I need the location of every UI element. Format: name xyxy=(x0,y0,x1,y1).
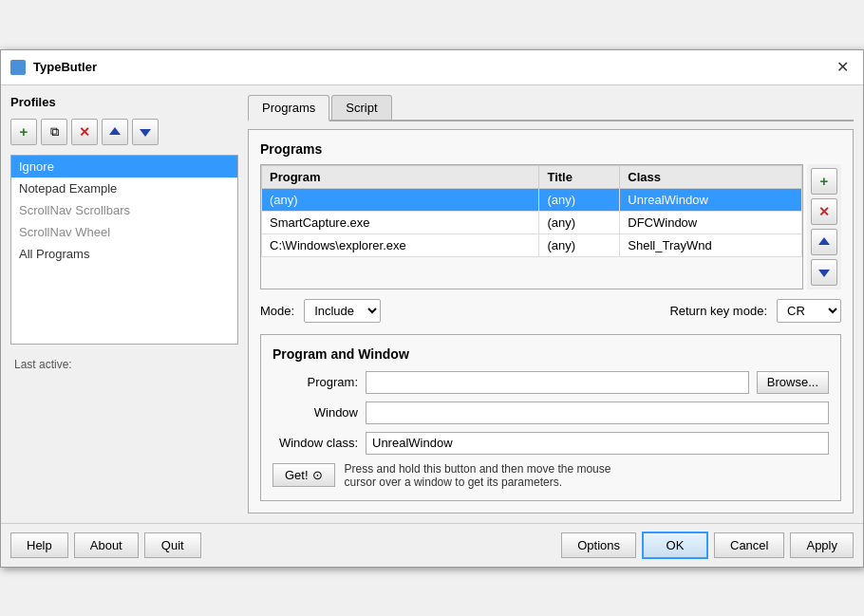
app-icon xyxy=(10,60,26,75)
right-panel: Programs Script Programs Program Title C xyxy=(248,95,854,513)
cell-class: Shell_TrayWnd xyxy=(620,233,802,256)
profile-item-scrollnav-scrollbars[interactable]: ScrollNav Scrollbars xyxy=(11,199,237,221)
svg-marker-3 xyxy=(818,270,830,277)
program-window-section: Program and Window Program: Browse... Wi… xyxy=(260,334,841,501)
left-panel: Profiles + ⧉ ✕ xyxy=(10,95,238,513)
cancel-button[interactable]: Cancel xyxy=(714,532,784,558)
delete-icon: ✕ xyxy=(79,124,90,140)
last-active-label: Last active: xyxy=(10,354,238,375)
profile-item-scrollnav-wheel[interactable]: ScrollNav Wheel xyxy=(11,221,237,243)
cell-class: UnrealWindow xyxy=(620,188,802,211)
get-row: Get! ⊙ Press and hold this button and th… xyxy=(272,462,829,489)
up-arrow-icon xyxy=(108,125,122,139)
up-arrow-icon xyxy=(817,235,831,249)
plus-icon: + xyxy=(20,123,28,140)
programs-table: Program Title Class (any) (any) UnrealWi… xyxy=(261,165,802,257)
get-button[interactable]: Get! ⊙ xyxy=(272,463,335,487)
cell-title: (any) xyxy=(539,188,620,211)
window-class-row: Window class: xyxy=(272,432,829,455)
tab-programs[interactable]: Programs xyxy=(248,95,329,121)
tab-script[interactable]: Script xyxy=(331,95,391,120)
delete-profile-button[interactable]: ✕ xyxy=(71,119,98,145)
down-arrow-icon xyxy=(139,125,152,139)
tab-programs-content: Programs Program Title Class xyxy=(248,129,854,513)
tabs: Programs Script xyxy=(248,95,854,121)
mode-label: Mode: xyxy=(260,304,294,318)
about-button[interactable]: About xyxy=(74,532,139,558)
ok-button[interactable]: OK xyxy=(642,532,708,559)
svg-marker-2 xyxy=(818,237,830,245)
browse-button[interactable]: Browse... xyxy=(757,371,829,394)
col-header-program: Program xyxy=(262,165,539,188)
table-row[interactable]: (any) (any) UnrealWindow xyxy=(262,188,802,211)
programs-section-title: Programs xyxy=(260,141,841,157)
quit-button[interactable]: Quit xyxy=(144,532,201,558)
help-button[interactable]: Help xyxy=(10,532,68,558)
col-header-class: Class xyxy=(620,165,802,188)
add-profile-button[interactable]: + xyxy=(10,119,37,145)
program-input[interactable] xyxy=(366,371,749,394)
mode-row: Mode: Include Exclude Return key mode: C… xyxy=(260,299,841,323)
profiles-label: Profiles xyxy=(10,95,238,109)
cell-program: SmartCapture.exe xyxy=(262,211,539,233)
move-row-up-button[interactable] xyxy=(811,229,837,255)
window-field-label: Window xyxy=(272,405,358,420)
profile-item-ignore[interactable]: Ignore xyxy=(11,156,237,177)
down-arrow-icon xyxy=(817,266,831,279)
delete-row-button[interactable]: ✕ xyxy=(811,198,837,225)
move-row-down-button[interactable] xyxy=(811,259,837,286)
move-down-profile-button[interactable] xyxy=(132,119,159,145)
svg-marker-0 xyxy=(109,127,121,135)
cell-program: C:\Windows\explorer.exe xyxy=(262,233,539,256)
main-content: Profiles + ⧉ ✕ xyxy=(1,85,863,523)
program-field-label: Program: xyxy=(272,375,358,389)
table-row[interactable]: C:\Windows\explorer.exe (any) Shell_Tray… xyxy=(262,233,802,256)
program-row: Program: Browse... xyxy=(272,371,829,394)
title-bar-left: TypeButler xyxy=(10,60,97,75)
window-class-label: Window class: xyxy=(272,436,358,450)
move-up-profile-button[interactable] xyxy=(102,119,128,145)
profiles-toolbar: + ⧉ ✕ xyxy=(10,119,238,145)
cell-title: (any) xyxy=(539,211,620,233)
pw-section-title: Program and Window xyxy=(272,346,829,362)
options-button[interactable]: Options xyxy=(561,532,636,558)
programs-table-area: Program Title Class (any) (any) UnrealWi… xyxy=(260,164,841,289)
profiles-list: Ignore Notepad Example ScrollNav Scrollb… xyxy=(10,155,238,345)
mode-select[interactable]: Include Exclude xyxy=(304,299,381,323)
close-button[interactable]: ✕ xyxy=(831,56,854,79)
table-side-buttons: + ✕ xyxy=(807,164,841,289)
svg-marker-1 xyxy=(140,129,151,137)
get-icon: ⊙ xyxy=(312,468,323,482)
window-class-input[interactable] xyxy=(366,432,829,455)
add-row-button[interactable]: + xyxy=(811,168,837,195)
window-row: Window xyxy=(272,401,829,424)
main-window: TypeButler ✕ Profiles + ⧉ ✕ xyxy=(0,49,864,568)
window-title: TypeButler xyxy=(33,60,97,74)
get-help-text: Press and hold this button and then move… xyxy=(345,462,611,489)
plus-icon: + xyxy=(820,173,829,189)
cell-class: DFCWindow xyxy=(620,211,802,233)
bottom-bar: Help About Quit Options OK Cancel Apply xyxy=(1,523,863,567)
delete-icon: ✕ xyxy=(818,204,830,219)
col-header-title: Title xyxy=(539,165,620,188)
copy-profile-button[interactable]: ⧉ xyxy=(41,119,67,145)
table-row[interactable]: SmartCapture.exe (any) DFCWindow xyxy=(262,211,802,233)
get-label: Get! xyxy=(285,468,309,482)
return-key-select[interactable]: CR LF CRLF xyxy=(777,299,841,323)
window-input[interactable] xyxy=(366,401,829,424)
profile-item-all-programs[interactable]: All Programs xyxy=(11,243,237,265)
cell-title: (any) xyxy=(539,233,620,256)
profile-item-notepad[interactable]: Notepad Example xyxy=(11,177,237,199)
cell-program: (any) xyxy=(262,188,539,211)
programs-table-container: Program Title Class (any) (any) UnrealWi… xyxy=(260,164,803,289)
title-bar: TypeButler ✕ xyxy=(1,50,863,85)
return-key-label: Return key mode: xyxy=(669,304,767,318)
copy-icon: ⧉ xyxy=(50,124,59,140)
apply-button[interactable]: Apply xyxy=(790,532,854,558)
